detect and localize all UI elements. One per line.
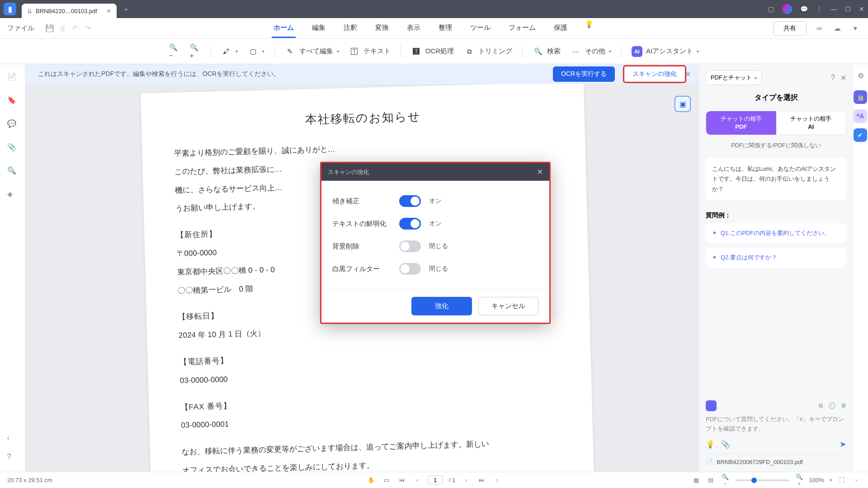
share-network-icon[interactable]: ⫘: [814, 23, 825, 34]
segment-pdf[interactable]: チャットの相手 PDF: [706, 111, 776, 135]
ai-assistant-tool[interactable]: AIAIアシスタント▾: [632, 46, 699, 57]
highlighter-tool[interactable]: 🖍▾: [221, 46, 238, 57]
print-icon[interactable]: 🖨: [57, 23, 68, 34]
comment-sidebar-icon[interactable]: 💬: [7, 119, 18, 130]
tab-edit[interactable]: 編集: [310, 19, 327, 38]
help-icon[interactable]: ?: [7, 453, 18, 464]
tab-home[interactable]: ホーム: [272, 19, 296, 38]
toggle-bw[interactable]: [399, 263, 421, 275]
zoom-out-button[interactable]: 🔍−: [169, 46, 180, 57]
toggle-background[interactable]: [399, 240, 421, 252]
comment-icon[interactable]: 💬: [800, 5, 808, 13]
tab-protect[interactable]: 保護: [552, 19, 569, 38]
toggle-sharpen[interactable]: [399, 218, 421, 230]
example-question-1[interactable]: ✦Q1.このPDFの内容を要約してください。: [706, 223, 846, 244]
zoom-out-status-icon[interactable]: 🔍−: [721, 474, 730, 487]
last-page-icon[interactable]: ⏭: [477, 477, 486, 483]
close-window-icon[interactable]: ✕: [859, 5, 864, 13]
prev-page-icon[interactable]: ‹: [413, 477, 422, 483]
page-mode-icon[interactable]: ▤: [706, 477, 715, 483]
hand-tool-icon[interactable]: ✋: [367, 477, 376, 483]
page-icon[interactable]: 📄: [7, 72, 18, 83]
lightbulb-icon[interactable]: 💡: [706, 440, 715, 449]
fullscreen-icon[interactable]: ⛶: [837, 477, 846, 483]
tab-convert[interactable]: 変換: [373, 19, 391, 38]
bookmark-icon[interactable]: 🔖: [7, 96, 18, 107]
run-ocr-button[interactable]: OCRを実行する: [553, 66, 615, 82]
file-menu[interactable]: ファイル: [7, 24, 34, 33]
expand-panel-icon[interactable]: ›: [852, 477, 861, 483]
tab-annotate[interactable]: 注釈: [342, 19, 359, 38]
segment-ai[interactable]: チャットの相手 AI: [776, 111, 846, 135]
panel-settings-icon[interactable]: ⚙: [853, 64, 868, 80]
doc-title: 本社移転のお知らせ: [173, 105, 553, 131]
shape-tool[interactable]: ▢▾: [248, 46, 264, 57]
copy-icon[interactable]: ⧉: [819, 402, 823, 409]
more-icon[interactable]: ⋮: [816, 5, 822, 13]
next-page-icon[interactable]: ›: [462, 477, 471, 483]
more-menu-icon[interactable]: ▾: [850, 23, 861, 34]
enhance-scan-button[interactable]: スキャンの強化: [623, 65, 686, 83]
scroll-mode-icon[interactable]: ↕: [492, 477, 501, 483]
first-page-icon[interactable]: ⏮: [397, 477, 406, 483]
attachment-icon[interactable]: 📎: [7, 143, 18, 154]
tab-tools[interactable]: ツール: [468, 19, 492, 38]
other-tool[interactable]: ⋯その他▾: [571, 46, 611, 57]
user-avatar[interactable]: [782, 4, 792, 14]
trim-tool[interactable]: ⧉トリミング: [464, 46, 512, 57]
layout-icon[interactable]: ▦: [692, 477, 701, 483]
document-tab[interactable]: ⇊ BRNB4220…00103.pdf ✕: [22, 4, 117, 18]
select-tool-icon[interactable]: ▭: [382, 477, 391, 483]
save-icon[interactable]: 💾: [44, 23, 55, 34]
example-question-2[interactable]: ✦Q2.要点は何ですか？: [706, 248, 846, 268]
ai-close-icon[interactable]: ✕: [840, 74, 846, 82]
zoom-slider[interactable]: [735, 479, 789, 481]
check-icon[interactable]: ✔: [854, 128, 867, 142]
menubar: ファイル 💾 🖨 ↶ ↷ ホーム 編集 注釈 変換 表示 整理 ツール フォーム…: [0, 18, 868, 39]
dialog-close-icon[interactable]: ✕: [537, 168, 543, 176]
cancel-button[interactable]: キャンセル: [478, 297, 538, 315]
ai-bubble-icon[interactable]: 🤖: [854, 90, 867, 104]
undo-icon[interactable]: ↶: [70, 23, 80, 34]
ai-subsegment: PDFに関係する/PDFに関係しない: [706, 141, 846, 150]
zoom-level[interactable]: 100%: [809, 477, 824, 483]
translate-icon[interactable]: ᴬA: [854, 109, 867, 123]
search-sidebar-icon[interactable]: 🔍: [7, 166, 18, 177]
lightbulb-icon[interactable]: 💡: [584, 19, 594, 30]
banner-close-icon[interactable]: ✕: [685, 70, 691, 79]
tab-view[interactable]: 表示: [405, 19, 422, 38]
minimize-icon[interactable]: —: [830, 5, 837, 13]
ai-attached-file[interactable]: 📄 BRNB422006729FD_000103.pdf: [706, 454, 846, 465]
toggle-skew[interactable]: [399, 195, 421, 207]
maximize-icon[interactable]: ☐: [845, 5, 851, 13]
tab-form[interactable]: フォーム: [507, 19, 538, 38]
cloud-icon[interactable]: ☁: [832, 23, 843, 34]
device-icon[interactable]: ▢: [768, 5, 774, 13]
ai-mode-dropdown[interactable]: PDFとチャット▾: [706, 70, 762, 85]
separator: [401, 45, 401, 58]
ocr-tool[interactable]: 🆃OCR処理: [411, 46, 454, 57]
side-ribbon: 🤖 ᴬA ✔: [853, 90, 868, 142]
ai-hint-row: ⧉ 🕘 ⚙: [706, 400, 846, 411]
text-tool[interactable]: 🅃テキスト: [349, 46, 391, 57]
collapse-sidebar-icon[interactable]: ‹: [7, 434, 18, 445]
enhance-confirm-button[interactable]: 強化: [411, 297, 472, 315]
settings-icon[interactable]: ⚙: [841, 402, 846, 409]
zoom-in-status-icon[interactable]: 🔍+: [795, 474, 804, 487]
new-tab-button[interactable]: ＋: [122, 4, 130, 14]
tab-organize[interactable]: 整理: [437, 19, 454, 38]
zoom-in-button[interactable]: 🔍+: [190, 46, 201, 57]
share-button[interactable]: 共有: [773, 21, 807, 36]
send-icon[interactable]: ➤: [840, 439, 846, 449]
page-number-input[interactable]: [428, 475, 443, 485]
ai-help-icon[interactable]: ?: [831, 74, 835, 82]
layers-icon[interactable]: ◈: [7, 190, 18, 201]
ai-panel-header: PDFとチャット▾ ? ✕: [706, 70, 846, 85]
attach-icon[interactable]: 📎: [721, 440, 730, 449]
search-tool[interactable]: 🔍検索: [533, 46, 561, 57]
redo-icon[interactable]: ↷: [82, 23, 93, 34]
ai-input-placeholder[interactable]: PDFについて質問してください。「#」キーでプロンプトを確認できます。: [706, 415, 846, 434]
edit-all-tool[interactable]: ✎すべて編集▾: [285, 46, 339, 57]
close-tab-icon[interactable]: ✕: [106, 8, 111, 14]
history-icon[interactable]: 🕘: [828, 402, 835, 409]
